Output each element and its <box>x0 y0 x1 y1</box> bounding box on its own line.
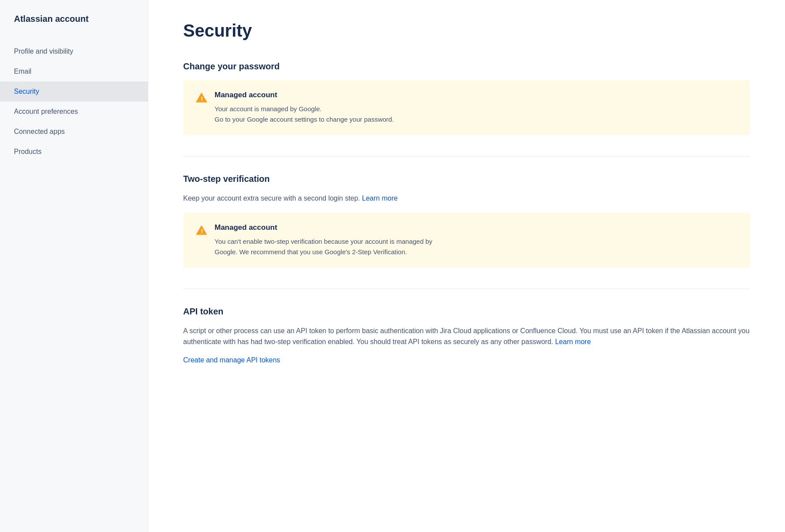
sidebar-item-email[interactable]: Email <box>0 61 148 82</box>
two-step-learn-more-link[interactable]: Learn more <box>362 194 398 202</box>
sidebar-title: Atlassian account <box>0 14 148 41</box>
api-token-description: A script or other process can use an API… <box>183 325 750 348</box>
divider-2 <box>183 289 750 289</box>
change-password-title: Change your password <box>183 61 750 72</box>
create-manage-api-tokens-link[interactable]: Create and manage API tokens <box>183 356 750 364</box>
sidebar-nav: Profile and visibility Email Security Ac… <box>0 41 148 162</box>
managed-account-warning-2-content: Managed account You can't enable two-ste… <box>215 223 738 257</box>
two-step-verification-section: Two-step verification Keep your account … <box>183 174 750 268</box>
sidebar-item-profile[interactable]: Profile and visibility <box>0 41 148 61</box>
managed-account-warning-1-title: Managed account <box>215 91 738 99</box>
two-step-description: Keep your account extra secure with a se… <box>183 193 750 204</box>
warning-icon-2: ! <box>195 224 208 236</box>
divider-1 <box>183 156 750 157</box>
change-password-section: Change your password ! Managed account Y… <box>183 61 750 135</box>
api-token-section: API token A script or other process can … <box>183 307 750 364</box>
page-title: Security <box>183 21 750 41</box>
managed-account-warning-1-text: Your account is managed by Google. Go to… <box>215 104 738 125</box>
managed-account-warning-2-text: You can't enable two-step verification b… <box>215 236 738 257</box>
managed-account-warning-1: ! Managed account Your account is manage… <box>183 80 750 135</box>
two-step-verification-title: Two-step verification <box>183 174 750 184</box>
main-content: Security Change your password ! Managed … <box>148 0 785 532</box>
sidebar-item-security[interactable]: Security <box>0 82 148 102</box>
api-token-learn-more-link[interactable]: Learn more <box>555 338 591 345</box>
managed-account-warning-2: ! Managed account You can't enable two-s… <box>183 213 750 268</box>
api-token-title: API token <box>183 307 750 317</box>
svg-text:!: ! <box>201 95 203 102</box>
svg-text:!: ! <box>201 228 203 235</box>
managed-account-warning-2-title: Managed account <box>215 223 738 232</box>
sidebar-item-connected-apps[interactable]: Connected apps <box>0 122 148 142</box>
sidebar-item-account-preferences[interactable]: Account preferences <box>0 102 148 122</box>
sidebar: Atlassian account Profile and visibility… <box>0 0 148 532</box>
warning-icon-1: ! <box>195 92 208 104</box>
managed-account-warning-1-content: Managed account Your account is managed … <box>215 91 738 125</box>
sidebar-item-products[interactable]: Products <box>0 142 148 162</box>
